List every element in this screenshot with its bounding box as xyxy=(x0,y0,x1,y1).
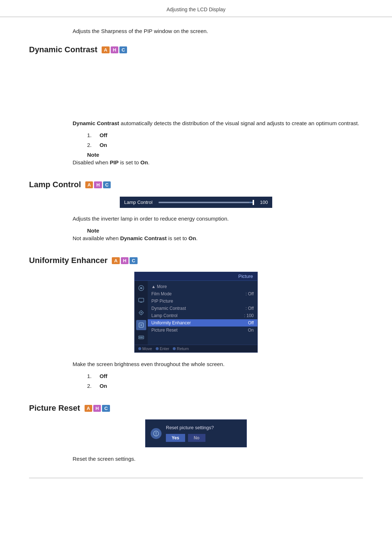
badge-c-dynamic: C xyxy=(119,46,127,53)
ue-list-num-1: 1. xyxy=(87,373,98,379)
reset-yes-button[interactable]: Yes xyxy=(166,434,185,442)
osd-menu-col: ▲ More Film Mode : Off PIP Picture Dynam… xyxy=(148,281,257,345)
lamp-control-box: Lamp Control 100 xyxy=(120,197,272,208)
dynamic-contrast-note-text: Disabled when PIP is set to On. xyxy=(29,159,363,165)
svg-rect-12 xyxy=(139,337,140,338)
bottom-border xyxy=(29,478,363,478)
osd-icon-5 xyxy=(136,332,146,342)
osd-footer-enter-label: Enter xyxy=(160,346,169,351)
badge-h-lamp: H xyxy=(94,181,102,188)
lamp-note-label: Note xyxy=(29,227,363,234)
dynamic-contrast-title: Dynamic Contrast xyxy=(29,45,97,54)
badge-c-lamp: C xyxy=(103,181,111,188)
lamp-control-title: Lamp Control xyxy=(29,180,81,189)
osd-footer-return: Return xyxy=(173,346,189,351)
reset-dialog-text: Reset picture settings? xyxy=(166,425,241,430)
picture-reset-description: Reset the screen settings. xyxy=(29,455,363,463)
reset-dialog: Reset picture settings? Yes No xyxy=(145,419,247,447)
osd-footer-return-label: Return xyxy=(177,346,189,351)
osd-lampcontrol-val: : 100 xyxy=(244,313,254,318)
reset-dialog-container: Reset picture settings? Yes No xyxy=(29,419,363,447)
ue-list-label-off: Off xyxy=(99,373,107,379)
osd-footer-enter: Enter xyxy=(156,346,169,351)
osd-icons-col xyxy=(135,281,148,345)
dynamic-contrast-badges: A H C xyxy=(102,46,127,53)
page-header-text: Adjusting the LCD Display xyxy=(167,7,226,12)
dynamic-contrast-desc-bold: Dynamic Contrast xyxy=(73,120,119,126)
badge-h-dynamic: H xyxy=(111,46,118,53)
list-label-off-1: Off xyxy=(99,132,107,138)
uniformity-enhancer-badges: A H C xyxy=(112,257,137,264)
ue-list-num-2: 2. xyxy=(87,383,98,389)
reset-no-button[interactable]: No xyxy=(188,434,205,442)
badge-a-dynamic: A xyxy=(102,46,109,53)
dynamic-contrast-list-item-1: 1. Off xyxy=(29,132,363,138)
svg-rect-1 xyxy=(139,298,144,302)
note-pip: PIP xyxy=(110,159,119,165)
osd-menu-ue-highlight: Uniformity Enhancer Off xyxy=(148,319,257,327)
svg-rect-2 xyxy=(140,302,142,303)
dynamic-contrast-heading: Dynamic Contrast A H C xyxy=(29,45,363,54)
svg-rect-14 xyxy=(142,337,143,338)
list-num-2: 2. xyxy=(87,142,98,148)
osd-filmmode-val: : Off xyxy=(246,291,254,296)
lamp-control-badges: A H C xyxy=(85,181,111,188)
svg-point-17 xyxy=(156,434,156,435)
osd-icon-1 xyxy=(136,283,146,293)
osd-footer-dot-return xyxy=(173,347,176,350)
lamp-control-heading: Lamp Control A H C xyxy=(29,180,363,189)
osd-menu-more: ▲ More xyxy=(151,283,254,290)
badge-a-ue: A xyxy=(112,257,119,264)
lamp-control-ui: Lamp Control 100 xyxy=(29,197,363,208)
ue-osd-container: Picture xyxy=(29,272,363,353)
page-container: Adjusting the LCD Display Adjusts the Sh… xyxy=(0,0,392,478)
osd-footer: Move Enter Return xyxy=(135,345,257,352)
osd-picreset-label: Picture Reset xyxy=(151,328,177,333)
lamp-note-text: Not available when Dynamic Contrast is s… xyxy=(29,235,363,241)
osd-footer-dot-enter xyxy=(156,347,159,350)
osd-menu-pip: PIP Picture xyxy=(151,297,254,305)
reset-dialog-buttons: Yes No xyxy=(166,434,241,442)
osd-ue-label: Uniformity Enhancer xyxy=(151,320,191,325)
badge-h-pr: H xyxy=(93,405,101,412)
note-on-1: On xyxy=(140,159,148,165)
picture-reset-title: Picture Reset xyxy=(29,403,80,413)
dynamic-contrast-note-label: Note xyxy=(29,152,363,158)
osd-body: ▲ More Film Mode : Off PIP Picture Dynam… xyxy=(135,281,257,345)
uniformity-enhancer-heading: Uniformity Enhancer A H C xyxy=(29,256,363,265)
osd-ue-val: Off xyxy=(248,320,254,325)
uniformity-enhancer-title: Uniformity Enhancer xyxy=(29,256,107,265)
page-header: Adjusting the LCD Display xyxy=(0,0,392,17)
osd-footer-move: Move xyxy=(138,346,152,351)
ue-list-item-1: 1. Off xyxy=(29,373,363,379)
ue-list-label-on: On xyxy=(99,383,107,389)
ue-description: Make the screen brightness even througho… xyxy=(29,360,363,369)
osd-icon-3 xyxy=(136,308,146,318)
intro-text: Adjusts the Sharpness of the PIP window … xyxy=(29,28,363,34)
list-label-on-1: On xyxy=(99,142,107,148)
osd-footer-dot-move xyxy=(138,347,141,350)
osd-lampcontrol-label: Lamp Control xyxy=(151,313,177,318)
content-area: Adjusts the Sharpness of the PIP window … xyxy=(0,28,392,478)
reset-dialog-content: Reset picture settings? Yes No xyxy=(166,425,241,442)
dynamic-contrast-image-space xyxy=(29,61,363,119)
reset-dialog-icon xyxy=(151,428,162,439)
note-dynamic-contrast: Dynamic Contrast xyxy=(120,235,167,241)
osd-pip-label: PIP Picture xyxy=(151,299,173,304)
osd-dyncontrast-val: : Off xyxy=(246,306,254,311)
badge-a-pr: A xyxy=(85,405,92,412)
badge-c-pr: C xyxy=(102,405,110,412)
osd-filmmode-label: Film Mode xyxy=(151,291,172,296)
osd-menu-lampcontrol: Lamp Control : 100 xyxy=(151,312,254,319)
svg-point-4 xyxy=(140,312,142,313)
lamp-slider-track[interactable] xyxy=(159,202,254,203)
badge-c-ue: C xyxy=(130,257,137,264)
osd-menu-picreset: Picture Reset On xyxy=(151,327,254,334)
osd-title: Picture xyxy=(238,274,253,279)
svg-point-10 xyxy=(140,324,142,326)
osd-icon-4-active xyxy=(136,320,146,330)
picture-reset-badges: A H C xyxy=(85,405,110,412)
osd-more-label: ▲ More xyxy=(151,284,167,289)
badge-a-lamp: A xyxy=(85,181,93,188)
svg-rect-13 xyxy=(141,337,142,338)
